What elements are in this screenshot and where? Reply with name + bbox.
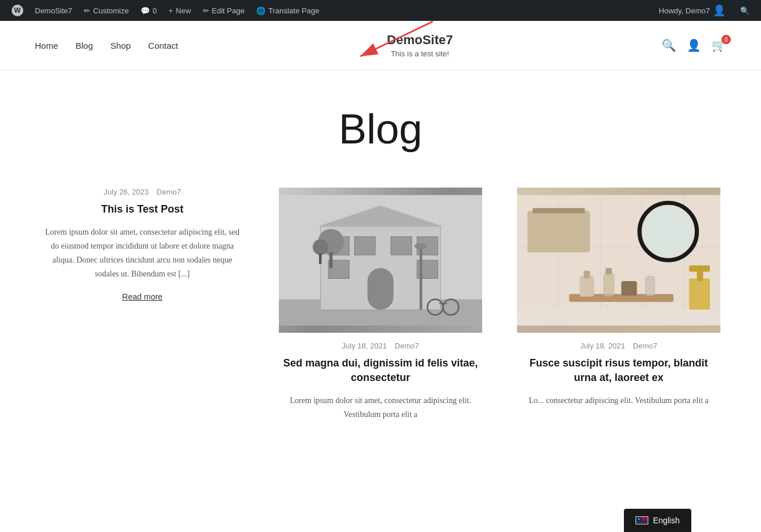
search-admin-button[interactable]: 🔍 [734,6,755,15]
wp-logo-button[interactable]: W [6,0,29,21]
svg-rect-37 [584,271,590,278]
howdy-button[interactable]: Howdy, Demo7 👤 [653,4,731,17]
page-title: Blog [12,105,749,153]
post-title-2: Sed magna dui, dignissim id felis vitae,… [279,356,482,385]
svg-rect-10 [391,237,412,255]
search-admin-icon: 🔍 [740,6,749,15]
howdy-label: Howdy, Demo7 [659,6,710,15]
customize-button[interactable]: ✏ Customize [78,0,134,21]
customize-label: Customize [93,6,128,15]
post-date-1: July 26, 2023 [104,188,149,196]
edit-icon: ✏ [203,6,209,15]
site-name-label: DemoSite7 [35,6,72,15]
post-meta-3: July 18, 2021 Demo7 [517,342,720,350]
site-tagline: This is a test site! [387,49,453,58]
wordpress-icon: W [12,5,23,16]
comments-button[interactable]: 💬 0 [135,0,163,21]
svg-rect-44 [689,265,710,272]
nav-contact[interactable]: Contact [148,41,178,51]
blog-post-1: July 26, 2023 Demo7 This is Test Post Lo… [23,176,261,433]
svg-point-20 [313,239,328,255]
post-image-2 [279,188,482,333]
cart-badge: 0 [721,35,731,44]
comments-count: 0 [153,6,157,15]
post-image-3 [517,188,720,333]
post-date-2: July 18, 2021 [342,342,387,350]
svg-rect-41 [645,276,655,296]
svg-rect-33 [527,211,590,253]
svg-rect-38 [603,272,615,297]
page-title-section: Blog [0,70,761,176]
post-date-3: July 18, 2021 [580,342,625,350]
svg-rect-34 [533,208,585,213]
blog-grid: July 26, 2023 Demo7 This is Test Post Lo… [0,176,761,433]
nav-blog[interactable]: Blog [76,41,93,51]
cart-button[interactable]: 🛒 0 [712,38,726,52]
svg-rect-40 [621,281,637,296]
post-author-3: Demo7 [633,342,658,350]
post-excerpt-1: Lorem ipsum dolor sit amet, consectetur … [41,225,244,281]
edit-page-label: Edit Page [212,6,245,15]
svg-rect-42 [689,278,710,310]
nav-home[interactable]: Home [35,41,58,51]
avatar-icon: 👤 [713,4,726,17]
svg-rect-45 [517,310,720,325]
translate-page-button[interactable]: 🌐 Translate Page [250,0,325,21]
plus-icon: + [168,6,173,15]
post-author-2: Demo7 [395,342,419,350]
post-meta-1: July 26, 2023 Demo7 [41,188,244,196]
blog-post-2: July 18, 2021 Demo7 Sed magna dui, digni… [261,176,500,433]
post-excerpt-3: Lo... consectetur adipiscing elit. Vesti… [517,394,720,408]
pencil-icon: ✏ [84,6,90,15]
site-header: Home Blog Shop Contact DemoSite7 This is… [0,21,761,70]
comment-icon: 💬 [141,6,150,15]
new-label: New [176,6,191,15]
svg-point-32 [643,207,693,257]
svg-rect-19 [329,253,332,268]
admin-bar: W DemoSite7 ✏ Customize 💬 0 + New ✏ Edit… [0,0,761,21]
account-button[interactable]: 👤 [687,38,701,52]
admin-bar-right: Howdy, Demo7 👤 🔍 [653,4,755,17]
header-icons: 🔍 👤 🛒 0 [662,38,726,52]
translate-page-label: Translate Page [268,6,320,15]
post-author-1: Demo7 [157,188,181,196]
site-nav: Home Blog Shop Contact [35,41,178,51]
site-title: DemoSite7 [387,33,453,48]
nav-shop[interactable]: Shop [110,41,131,51]
svg-point-14 [414,243,427,249]
svg-rect-6 [368,268,394,310]
svg-rect-21 [319,253,321,264]
bathroom-svg [517,188,720,333]
post-title-3: Fusce suscipit risus tempor, blandit urn… [517,356,720,385]
site-name-button[interactable]: DemoSite7 [29,0,78,21]
read-more-1[interactable]: Read more [41,292,244,301]
svg-rect-36 [580,276,594,297]
svg-rect-8 [354,237,375,255]
new-button[interactable]: + New [163,0,197,21]
translate-icon: 🌐 [256,6,265,15]
post-excerpt-2: Lorem ipsum dolor sit amet, consectetur … [279,394,482,422]
search-button[interactable]: 🔍 [662,38,676,52]
site-title-block: DemoSite7 This is a test site! [387,33,453,58]
blog-post-3: July 18, 2021 Demo7 Fusce suscipit risus… [500,176,738,433]
post-meta-2: July 18, 2021 Demo7 [279,342,482,350]
edit-page-button[interactable]: ✏ Edit Page [197,0,250,21]
post-title-1: This is Test Post [41,202,244,217]
building-svg [279,188,482,333]
svg-rect-39 [606,268,612,274]
svg-rect-13 [419,247,422,310]
